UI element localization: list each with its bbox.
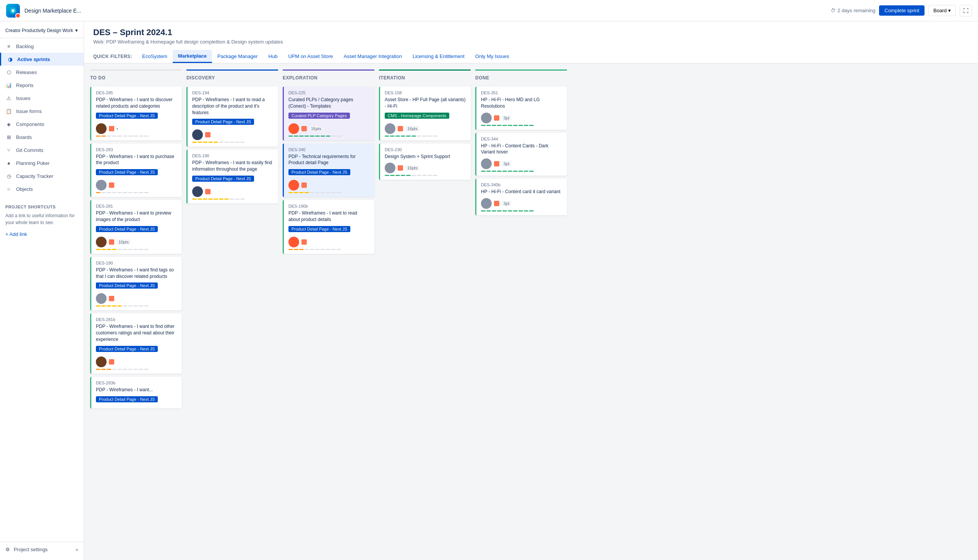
card-title: PDP - Wireframes - I want to preview ima… xyxy=(96,210,177,223)
card-des-190b[interactable]: DES-190b PDP - Wireframes - I want to re… xyxy=(283,200,374,254)
card-title: HP - Hi-Fi - Hero MD and LG Resolutions xyxy=(481,97,562,110)
card-des-281b[interactable]: DES-281b PDP - Wireframes - I want to fi… xyxy=(90,313,182,373)
sidebar-item-boards[interactable]: ⊞ Boards xyxy=(0,130,84,143)
project-settings-button[interactable]: ⚙ Project settings « xyxy=(0,542,84,557)
card-footer: 16pts xyxy=(385,123,466,134)
progress-dashes xyxy=(288,249,370,250)
card-des-225[interactable]: DES-225 Curated PLPs / Category pages (C… xyxy=(283,87,374,140)
card-tag: Product Detail Page - Next JS xyxy=(96,396,158,402)
sidebar-item-issue-forms[interactable]: 📋 Issue forms xyxy=(0,105,84,118)
progress-dashes xyxy=(288,135,370,137)
add-link-button[interactable]: + Add link xyxy=(0,229,84,239)
sidebar-item-releases[interactable]: ⬡ Releases xyxy=(0,66,84,78)
sidebar-item-git-commits[interactable]: ⑂ Git Commits xyxy=(0,143,84,157)
avatar xyxy=(481,198,492,209)
priority-icon xyxy=(109,182,114,188)
priority-icon xyxy=(109,296,114,301)
card-des-180[interactable]: DES-180 PDP - Wireframes - I want find t… xyxy=(90,257,182,311)
card-footer xyxy=(288,237,370,247)
card-des-344[interactable]: DES-344 HP - Hi-Fi - Content Cards - Dar… xyxy=(475,133,567,176)
logo-badge xyxy=(15,13,21,18)
filter-only-my[interactable]: Only My Issues xyxy=(470,50,515,63)
filter-hub[interactable]: Hub xyxy=(263,50,283,63)
card-des-230[interactable]: DES-230 Design System + Sprint Support 1… xyxy=(379,143,471,180)
avatar xyxy=(288,237,299,247)
card-id: DES-230 xyxy=(385,147,466,152)
progress-dashes xyxy=(481,210,562,212)
sidebar-item-components[interactable]: ◈ Components xyxy=(0,118,84,130)
story-pts: 16pts xyxy=(309,126,323,131)
card-des-281[interactable]: DES-281 PDP - Wireframes - I want to pre… xyxy=(90,200,182,254)
card-footer xyxy=(96,293,177,304)
card-tag: Product Detail Page - Next JS xyxy=(192,119,254,125)
card-des-283b[interactable]: DES-283b PDP - Wireframes - I want... Pr… xyxy=(90,377,182,408)
shortcuts-section-header: PROJECT SHORTCUTS xyxy=(0,200,84,211)
remaining-time: ⏱ 2 days remaining xyxy=(831,8,875,13)
card-footer: 3pt xyxy=(481,198,562,209)
priority-icon xyxy=(398,165,403,171)
sidebar-item-reports[interactable]: 📊 Reports xyxy=(0,78,84,92)
card-tag: Curated PLP Category Pages xyxy=(288,113,350,119)
card-des-194[interactable]: DES-194 PDP - Wireframes - I want to rea… xyxy=(186,87,278,147)
shortcuts-description: Add a link to useful information for you… xyxy=(0,211,84,229)
filter-licensing[interactable]: Licensing & Entitlement xyxy=(407,50,470,63)
card-des-158[interactable]: DES-158 Asset Store - HP Full Page (all … xyxy=(379,87,471,140)
card-footer: 3pt xyxy=(481,113,562,123)
card-tag: Product Detail Page - Next JS xyxy=(96,226,158,232)
card-des-283[interactable]: DES-283 PDP - Wireframes - I want to pur… xyxy=(90,143,182,197)
releases-icon: ⬡ xyxy=(5,69,12,76)
workspace-name: Creator Productivity Design Work xyxy=(5,28,73,33)
sidebar-item-objects[interactable]: ○ Objects xyxy=(0,182,84,195)
column-iteration-cards: DES-158 Asset Store - HP Full Page (all … xyxy=(379,87,471,180)
expand-button[interactable]: ⛶ xyxy=(960,5,972,17)
filter-ecosystem[interactable]: EcoSystem xyxy=(137,50,173,63)
sidebar-item-issues[interactable]: ⚠ Issues xyxy=(0,92,84,105)
column-exploration-cards: DES-225 Curated PLPs / Category pages (C… xyxy=(283,87,374,254)
priority-icon xyxy=(494,201,499,206)
card-id: DES-344 xyxy=(481,137,562,141)
filter-package-manager[interactable]: Package Manager xyxy=(212,50,263,63)
card-title: Design System + Sprint Support xyxy=(385,153,466,160)
board-dropdown-button[interactable]: Board ▾ xyxy=(928,5,956,16)
avatar xyxy=(288,123,299,134)
avatar xyxy=(192,129,203,140)
filter-asset-manager[interactable]: Asset Manager Integration xyxy=(338,50,407,63)
card-id: DES-340 xyxy=(288,147,370,152)
column-exploration: EXPLORATION DES-225 Curated PLPs / Categ… xyxy=(283,70,374,554)
card-id: DES-281 xyxy=(96,204,177,208)
filter-marketplace[interactable]: Marketplace xyxy=(173,50,212,63)
column-discovery-cards: DES-194 PDP - Wireframes - I want to rea… xyxy=(186,87,278,203)
card-tag: Product Detail Page - Next JS xyxy=(96,346,158,352)
workspace-switcher[interactable]: Creator Productivity Design Work ▾ xyxy=(5,27,78,33)
card-id: DES-190 xyxy=(192,153,274,158)
column-discovery-header: DISCOVERY xyxy=(186,74,278,83)
sprint-board: TO DO DES-285 PDP - Wireframes - I want … xyxy=(84,63,978,560)
sidebar-item-active-sprints[interactable]: ◑ Active sprints xyxy=(0,53,84,66)
card-id: DES-180 xyxy=(96,261,177,265)
card-des-190[interactable]: DES-190 PDP - Wireframes - I want to eas… xyxy=(186,150,278,203)
card-des-340[interactable]: DES-340 PDP - Technical requirements for… xyxy=(283,143,374,197)
column-done: DONE DES-351 HP - Hi-Fi - Hero MD and LG… xyxy=(475,70,567,554)
card-title: Curated PLPs / Category pages (Conect) -… xyxy=(288,97,370,110)
card-des-351[interactable]: DES-351 HP - Hi-Fi - Hero MD and LG Reso… xyxy=(475,87,567,130)
card-title: PDP - Wireframes - I want find tags so t… xyxy=(96,267,177,280)
card-tag: Product Detail Page - Next JS xyxy=(288,169,350,175)
collapse-icon[interactable]: « xyxy=(76,547,78,552)
sidebar-item-capacity-tracker[interactable]: ◷ Capacity Tracker xyxy=(0,170,84,182)
content-header: DES – Sprint 2024.1 Web: PDP Wireframing… xyxy=(84,22,978,63)
card-footer xyxy=(192,129,274,140)
card-title: PDP - Wireframes - I want to purchase th… xyxy=(96,153,177,167)
card-des-285[interactable]: DES-285 PDP - Wireframes - I want to dis… xyxy=(90,87,182,140)
card-footer: 16pts xyxy=(385,163,466,173)
progress-dashes xyxy=(481,171,562,172)
avatar xyxy=(481,158,492,169)
card-id: DES-190b xyxy=(288,204,370,208)
card-tag: Product Detail Page - Next JS xyxy=(96,169,158,175)
filter-upm[interactable]: UPM on Asset Store xyxy=(283,50,338,63)
complete-sprint-button[interactable]: Complete sprint xyxy=(879,5,925,16)
card-title: PDP - Wireframes - I want... xyxy=(96,387,177,393)
sidebar-item-planning-poker[interactable]: ♠ Planning Poker xyxy=(0,157,84,170)
sidebar-item-backlog[interactable]: ≡ Backlog xyxy=(0,40,84,53)
card-des-340b[interactable]: DES-340b HP - Hi-Fi - Content card 4 car… xyxy=(475,178,567,215)
card-footer: 10pts xyxy=(96,237,177,247)
